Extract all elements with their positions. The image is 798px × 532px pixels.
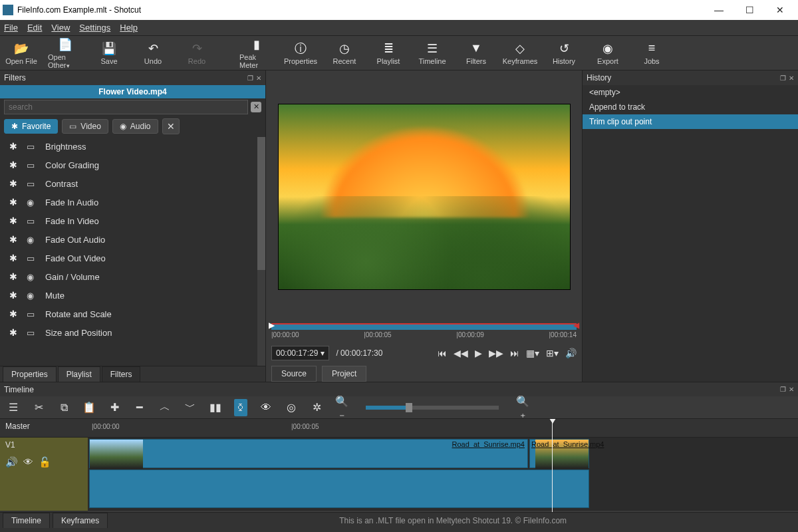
filter-item[interactable]: ✱◉Mute [0, 286, 265, 305]
undock-icon[interactable]: ❐ [780, 386, 786, 393]
undo-button[interactable]: ↶Undo [136, 41, 170, 65]
track-v1[interactable]: Road_at_Sunrise.mp4 Road_at_Sunrise.mp4 [88, 438, 798, 511]
close-button[interactable]: ✕ [765, 0, 795, 20]
history-item[interactable]: <empty> [583, 85, 798, 100]
tab-properties[interactable]: Properties [3, 366, 57, 382]
clear-search-icon[interactable]: ✕ [251, 102, 261, 112]
in-point-handle[interactable]: ▶ [269, 321, 275, 330]
menu-icon[interactable]: ☰ [7, 401, 20, 414]
tab-timeline[interactable]: Timeline [3, 513, 50, 528]
zoom-in-icon[interactable]: 🔍₊ [516, 395, 529, 420]
filter-item[interactable]: ✱◉Fade In Audio [0, 193, 265, 211]
filter-tab-audio[interactable]: ◉Audio [112, 119, 158, 134]
export-button[interactable]: ◉Export [591, 41, 625, 65]
preview-scrubber[interactable]: ▶ ◀ |00:00:00 |00:00:05 |00:00:09 |00:00… [271, 321, 577, 342]
filter-item[interactable]: ✱◉Fade Out Audio [0, 230, 265, 249]
recent-button[interactable]: ◷Recent [327, 41, 362, 65]
ripple-icon[interactable]: ◎ [285, 401, 298, 414]
play-icon[interactable]: ▶ [475, 348, 482, 358]
menu-settings[interactable]: Settings [79, 23, 110, 33]
save-button[interactable]: 💾Save [92, 41, 126, 65]
filter-item[interactable]: ✱▭Brightness [0, 137, 265, 156]
paste-icon[interactable]: 📋 [82, 401, 96, 414]
peak-meter-button[interactable]: ▮Peak Meter [239, 37, 274, 69]
filter-item[interactable]: ✱▭Contrast [0, 174, 265, 193]
filter-tab-favorite[interactable]: ✱Favorite [4, 119, 58, 134]
filter-item[interactable]: ✱▭Fade In Video [0, 211, 265, 230]
close-panel-icon[interactable]: ✕ [789, 74, 794, 82]
mute-icon[interactable]: 🔊 [5, 456, 18, 468]
volume-icon[interactable]: 🔊 [565, 348, 577, 358]
tab-project[interactable]: Project [322, 366, 366, 382]
close-panel-icon[interactable]: ✕ [256, 74, 261, 82]
filter-item[interactable]: ✱▭Fade Out Video [0, 249, 265, 267]
tab-playlist[interactable]: Playlist [58, 366, 100, 382]
overwrite-icon[interactable]: ﹀ [184, 400, 197, 414]
timecode-display[interactable]: 00:00:17:29▾ [271, 346, 329, 360]
menu-file[interactable]: File [4, 23, 18, 33]
tab-keyframes[interactable]: Keyframes [53, 513, 108, 528]
filter-item[interactable]: ✱▭Rotate and Scale [0, 305, 265, 323]
append-icon[interactable]: ✚ [108, 401, 121, 414]
zoom-slider[interactable] [366, 406, 499, 410]
skip-prev-icon[interactable]: ⏮ [438, 348, 447, 358]
scrollbar-thumb[interactable] [257, 137, 265, 270]
history-item[interactable]: Trim clip out point [583, 114, 798, 129]
audio-waveform[interactable] [89, 469, 589, 508]
split-icon[interactable]: ▮▮ [209, 401, 222, 414]
skip-next-icon[interactable]: ⏭ [510, 348, 519, 358]
tab-filters[interactable]: Filters [102, 366, 141, 382]
grid-icon[interactable]: ⊞▾ [546, 348, 559, 358]
timeline-clip[interactable]: Road_at_Sunrise.mp4 [89, 439, 528, 468]
video-preview[interactable] [278, 104, 571, 290]
minimize-button[interactable]: — [704, 0, 734, 20]
maximize-button[interactable]: ☐ [734, 0, 765, 20]
jobs-button[interactable]: ≡Jobs [634, 41, 669, 65]
hide-icon[interactable]: 👁 [23, 456, 33, 468]
close-panel-icon[interactable]: ✕ [789, 386, 794, 393]
lift-icon[interactable]: ︿ [158, 400, 172, 414]
lock-icon[interactable]: 🔓 [39, 456, 51, 468]
timeline-ruler[interactable]: |00:00:00 |00:00:05 [88, 419, 798, 438]
filter-item[interactable]: ✱▭Color Grading [0, 156, 265, 174]
ripple-all-icon[interactable]: ✲ [310, 401, 323, 414]
forward-icon[interactable]: ▶▶ [489, 348, 503, 358]
star-icon: ✱ [9, 290, 19, 301]
filter-tab-video[interactable]: ▭Video [62, 119, 108, 134]
list-icon: ≣ [381, 41, 396, 56]
timeline-button[interactable]: ☰Timeline [415, 41, 450, 65]
filter-item[interactable]: ✱▭Size and Position [0, 323, 265, 342]
playlist-button[interactable]: ≣Playlist [371, 41, 406, 65]
menu-edit[interactable]: Edit [27, 23, 42, 33]
playhead[interactable] [552, 419, 553, 512]
rewind-icon[interactable]: ◀◀ [454, 348, 468, 358]
menu-view[interactable]: View [51, 23, 70, 33]
zoom-out-icon[interactable]: 🔍₋ [335, 395, 348, 420]
undock-icon[interactable]: ❐ [780, 74, 786, 82]
menu-help[interactable]: Help [120, 23, 138, 33]
filters-button[interactable]: ▼Filters [459, 41, 493, 65]
filter-search-input[interactable] [4, 100, 248, 114]
properties-button[interactable]: ⓘProperties [283, 41, 318, 65]
zoom-fit-icon[interactable]: ▦▾ [526, 348, 539, 358]
close-filter-icon[interactable]: ✕ [162, 118, 180, 134]
scrub-icon[interactable]: 👁 [259, 402, 273, 414]
undock-icon[interactable]: ❐ [247, 74, 253, 82]
filter-item[interactable]: ✱◉Gain / Volume [0, 267, 265, 286]
cut-icon[interactable]: ✂ [32, 401, 45, 414]
redo-button[interactable]: ↷Redo [180, 41, 214, 65]
monitor-icon: ▭ [27, 253, 37, 263]
tab-source[interactable]: Source [271, 366, 317, 382]
out-point-handle[interactable]: ◀ [573, 321, 579, 330]
open-file-button[interactable]: 📂Open File [4, 41, 39, 65]
keyframes-button[interactable]: ◇Keyframes [503, 41, 537, 65]
open-other-button[interactable]: 📄Open Other▾ [48, 37, 82, 69]
master-track-head[interactable]: Master [0, 419, 88, 438]
timeline-clip[interactable]: Road_at_Sunrise.mp4 [529, 439, 589, 468]
remove-icon[interactable]: ━ [133, 401, 146, 414]
history-item[interactable]: Append to track [583, 100, 798, 114]
history-button[interactable]: ↺History [547, 41, 581, 65]
v1-track-head[interactable]: V1 🔊 👁 🔓 [0, 438, 88, 511]
copy-icon[interactable]: ⧉ [57, 402, 70, 414]
snap-icon[interactable]: ⧲ [234, 399, 247, 416]
